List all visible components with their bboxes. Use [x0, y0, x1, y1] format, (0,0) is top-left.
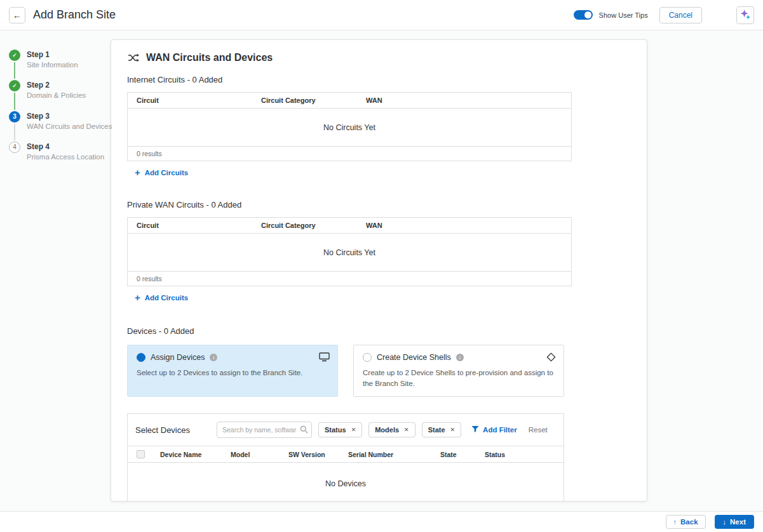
plus-icon: + [135, 168, 140, 177]
add-internet-circuits-link[interactable]: + Add Circuits [135, 168, 188, 177]
content-area: ✓ Step 1 Site Information ✓ Step 2 Domai… [0, 30, 763, 511]
arrow-left-icon: ← [13, 11, 22, 20]
option-description: Select up to 2 Devices to assign to the … [137, 368, 327, 378]
step-sublabel: Domain & Policies [27, 90, 86, 100]
internet-circuits-table: Circuit Circuit Category WAN No Circuits… [127, 92, 572, 161]
devices-heading: Devices - 0 Added [127, 326, 647, 336]
step-title: Step 4 [27, 142, 104, 152]
step-complete-icon: ✓ [9, 80, 20, 91]
filter-chip-label: State [428, 426, 445, 434]
private-wan-circuits-table: Circuit Circuit Category WAN No Circuits… [127, 217, 572, 286]
close-icon[interactable]: ✕ [450, 427, 456, 433]
back-label: Back [680, 518, 698, 526]
option-description: Create up to 2 Device Shells to pre-prov… [363, 368, 553, 389]
show-user-tips-toggle[interactable] [574, 10, 593, 20]
radio-selected[interactable] [137, 353, 145, 362]
step-title: Step 1 [27, 50, 78, 60]
back-button[interactable]: ← [9, 7, 25, 23]
select-all-checkbox[interactable] [137, 450, 145, 458]
column-header-wan: WAN [366, 222, 571, 229]
column-header-circuit: Circuit [128, 96, 261, 104]
add-filter-label: Add Filter [483, 426, 517, 434]
select-devices-title: Select Devices [135, 425, 210, 435]
wizard-back-button[interactable]: ↑ Back [666, 515, 706, 529]
column-header-circuit-category: Circuit Category [261, 96, 366, 104]
step-sublabel: Prisma Access Location [27, 152, 104, 162]
stepper-step-4[interactable]: 4 Step 4 Prisma Access Location [9, 142, 111, 172]
top-header: ← Add Branch Site Show User Tips Cancel [0, 0, 763, 30]
column-header-circuit: Circuit [128, 222, 261, 229]
info-icon[interactable]: i [210, 354, 217, 361]
table-header-row: Circuit Circuit Category WAN [128, 218, 571, 234]
reset-button[interactable]: Reset [529, 426, 548, 434]
add-private-circuits-link[interactable]: + Add Circuits [135, 293, 188, 302]
device-search-input[interactable] [217, 422, 312, 438]
filter-funnel-icon [471, 425, 479, 434]
assign-devices-option[interactable]: Assign Devices i Select up to 2 Devices … [127, 345, 338, 397]
device-hardware-icon [319, 352, 330, 362]
card-title-row: WAN Circuits and Devices [127, 51, 647, 64]
close-icon[interactable]: ✕ [351, 427, 356, 433]
filter-chip-status[interactable]: Status ✕ [318, 422, 362, 437]
page-title: Add Branch Site [33, 8, 116, 22]
internet-circuits-heading: Internet Circuits - 0 Added [127, 75, 647, 84]
device-shell-diamond-icon [546, 352, 556, 362]
device-search [217, 422, 312, 438]
topbar-actions: Show User Tips Cancel [574, 6, 754, 24]
add-filter-button[interactable]: Add Filter [471, 425, 517, 434]
step-number-badge: 3 [9, 111, 20, 123]
wizard-footer: ↑ Back ↓ Next [0, 511, 763, 532]
add-branch-site-page: ← Add Branch Site Show User Tips Cancel … [0, 0, 763, 532]
create-device-shells-option[interactable]: Create Device Shells i Create up to 2 De… [353, 345, 564, 397]
filter-chip-label: Status [325, 426, 346, 434]
option-label: Assign Devices [151, 353, 205, 362]
column-header-status: Status [485, 451, 564, 458]
table-header-row: Circuit Circuit Category WAN [128, 93, 571, 109]
plus-icon: + [135, 293, 140, 302]
sparkle-icon [740, 9, 751, 22]
step-complete-icon: ✓ [9, 50, 20, 61]
close-icon[interactable]: ✕ [404, 427, 409, 433]
empty-state-text: No Circuits Yet [128, 109, 571, 147]
column-header-wan: WAN [366, 96, 571, 104]
step-sublabel: WAN Circuits and Devices [27, 121, 112, 131]
stepper-step-1[interactable]: ✓ Step 1 Site Information [9, 50, 111, 80]
devices-table-header-row: Device Name Model SW Version Serial Numb… [128, 446, 564, 463]
search-icon [300, 425, 308, 434]
radio-unselected[interactable] [363, 353, 372, 362]
wan-circuits-shuffle-icon [127, 51, 140, 64]
device-option-cards: Assign Devices i Select up to 2 Devices … [127, 345, 647, 397]
cancel-button[interactable]: Cancel [659, 7, 702, 23]
option-header: Assign Devices i [137, 353, 328, 362]
show-user-tips-label: Show User Tips [599, 11, 648, 19]
empty-state-text: No Circuits Yet [128, 234, 571, 272]
ai-copilot-button[interactable] [736, 6, 754, 24]
step-sublabel: Site Information [27, 60, 78, 70]
step-title: Step 3 [27, 111, 112, 121]
column-header-device-name: Device Name [160, 451, 231, 458]
arrow-up-icon: ↑ [673, 519, 677, 526]
add-circuits-label: Add Circuits [145, 294, 188, 302]
add-circuits-label: Add Circuits [145, 169, 188, 176]
stepper-step-3[interactable]: 3 Step 3 WAN Circuits and Devices [9, 111, 111, 142]
wan-circuits-devices-card: WAN Circuits and Devices Internet Circui… [111, 39, 647, 502]
column-header-state: State [440, 451, 485, 458]
step-number-badge: 4 [9, 142, 20, 153]
stepper-step-2[interactable]: ✓ Step 2 Domain & Policies [9, 80, 111, 110]
devices-empty-state: No Devices [128, 463, 564, 502]
card-title-text: WAN Circuits and Devices [146, 52, 273, 63]
results-count: 0 results [128, 147, 571, 161]
filter-chip-state[interactable]: State ✕ [422, 422, 461, 437]
filter-chip-label: Models [375, 426, 399, 434]
wizard-next-button[interactable]: ↓ Next [715, 515, 754, 529]
private-wan-circuits-heading: Private WAN Circuits - 0 Added [127, 200, 647, 209]
results-count: 0 results [128, 272, 571, 286]
filter-chip-models[interactable]: Models ✕ [368, 422, 415, 437]
column-header-sw-version: SW Version [288, 451, 348, 458]
option-header: Create Device Shells i [363, 353, 555, 362]
info-icon[interactable]: i [456, 354, 464, 361]
wizard-stepper: ✓ Step 1 Site Information ✓ Step 2 Domai… [0, 30, 111, 511]
select-devices-toolbar: Select Devices Status ✕ [128, 414, 564, 446]
column-header-circuit-category: Circuit Category [261, 222, 366, 229]
option-label: Create Device Shells [377, 353, 451, 362]
